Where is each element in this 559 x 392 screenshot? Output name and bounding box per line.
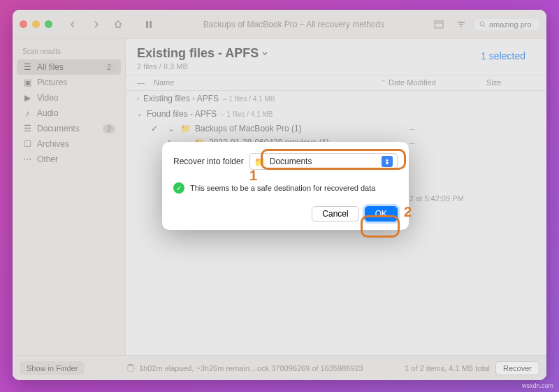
svg-point-7	[480, 22, 484, 26]
scan-status: 1h02m elapsed, ~3h26m remain…ock 3780962…	[90, 364, 399, 372]
forward-button[interactable]	[87, 16, 104, 33]
annotation-number-1: 1	[249, 168, 257, 184]
chevron-down-icon: ⌄	[137, 110, 143, 117]
search-field[interactable]: amazing pro	[475, 19, 539, 30]
recover-button[interactable]: Recover	[495, 361, 539, 375]
window-title: Backups of MacBook Pro – All recovery me…	[163, 20, 425, 29]
zoom-window-button[interactable]	[45, 20, 52, 28]
sidebar-item-pictures[interactable]: ▣Pictures	[17, 75, 121, 90]
page-title[interactable]: Existing files - APFS	[137, 46, 535, 61]
updown-icon: ▲▼	[382, 156, 393, 167]
folder-name: Documents	[270, 157, 312, 166]
show-in-finder-button[interactable]: Show in Finder	[20, 361, 85, 375]
chevron-down-icon[interactable]: ⌄	[168, 124, 176, 133]
window-controls	[20, 20, 52, 28]
row-checkbox[interactable]: ✓	[151, 124, 164, 133]
sort-indicator: ⌃	[380, 78, 389, 87]
view-mode-button[interactable]	[430, 16, 447, 33]
status-bar: Show in Finder 1h02m elapsed, ~3h26m rem…	[13, 355, 546, 380]
svg-rect-1	[150, 21, 152, 28]
pause-button[interactable]	[140, 16, 157, 33]
spinner-icon	[126, 364, 135, 372]
back-button[interactable]	[65, 16, 82, 33]
other-icon: ⋯	[22, 154, 32, 164]
document-icon: ☰	[22, 124, 32, 133]
sidebar-item-archives[interactable]: ☐Archives	[17, 136, 121, 152]
svg-line-8	[484, 25, 486, 27]
sidebar-item-video[interactable]: ▶Video	[17, 90, 121, 106]
recover-folder-label: Recover into folder	[173, 157, 244, 166]
grid-icon: ☰	[22, 62, 32, 72]
ok-button[interactable]: OK	[365, 206, 398, 222]
group-found[interactable]: ⌄ Found files - APFS – 1 files / 4.1 MB	[126, 106, 546, 122]
filter-button[interactable]	[453, 16, 470, 33]
table-row[interactable]: ✓ ⌄ 📁Backups of MacBook Pro (1) --	[126, 122, 546, 136]
watermark: wsxdn.com	[522, 382, 553, 389]
sidebar-item-other[interactable]: ⋯Other	[17, 152, 121, 167]
search-value: amazing pro	[489, 20, 532, 29]
search-icon	[479, 21, 486, 28]
annotation-number-2: 2	[404, 204, 412, 220]
folder-icon: 📁	[180, 124, 191, 133]
group-existing[interactable]: › Existing files - APFS – 1 files / 4.1 …	[126, 91, 546, 106]
archive-icon: ☐	[22, 139, 32, 149]
sidebar-item-documents[interactable]: ☰Documents2	[17, 121, 121, 136]
minimize-window-button[interactable]	[32, 20, 40, 28]
sidebar-item-audio[interactable]: ♪Audio	[17, 106, 121, 121]
sidebar: Scan results ☰All files2 ▣Pictures ▶Vide…	[13, 39, 126, 355]
page-subtitle: 2 files / 8.3 MB	[137, 62, 535, 71]
column-headers: — Name ⌃ Date Modified Size	[126, 75, 546, 91]
cancel-button[interactable]: Cancel	[312, 206, 358, 222]
svg-rect-2	[435, 21, 443, 28]
folder-select[interactable]: 📁 Documents ▲▼	[249, 153, 398, 170]
sidebar-heading: Scan results	[17, 45, 121, 59]
close-window-button[interactable]	[20, 20, 27, 28]
safe-destination-message: This seems to be a safe destination for …	[190, 184, 375, 192]
home-button[interactable]	[110, 16, 126, 33]
column-size[interactable]: Size	[486, 78, 535, 87]
item-count: 1 of 2 items, 4.1 MB total	[405, 364, 490, 372]
selection-count: 1 selected	[481, 50, 525, 61]
video-icon: ▶	[22, 93, 32, 103]
titlebar: Backups of MacBook Pro – All recovery me…	[13, 10, 546, 39]
chevron-down-icon	[261, 50, 268, 57]
column-checkbox[interactable]: —	[137, 78, 154, 87]
picture-icon: ▣	[22, 78, 32, 87]
column-date[interactable]: Date Modified	[389, 78, 486, 87]
folder-icon: 📁	[254, 157, 266, 167]
recover-dialog: Recover into folder 📁 Documents ▲▼ ✓ Thi…	[162, 142, 409, 230]
svg-rect-0	[146, 21, 148, 28]
chevron-right-icon: ›	[137, 95, 139, 102]
sidebar-item-all-files[interactable]: ☰All files2	[17, 59, 121, 75]
checkmark-icon: ✓	[173, 182, 184, 194]
column-name[interactable]: Name	[154, 78, 380, 87]
audio-icon: ♪	[22, 108, 32, 118]
